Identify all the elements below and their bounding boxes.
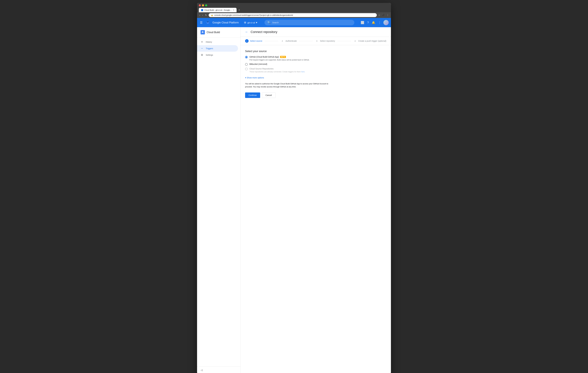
extension-icon[interactable]: ⬛ xyxy=(382,13,385,17)
step-4[interactable]: 4 Create a push trigger (optional) xyxy=(353,39,386,43)
sidebar-nav: ≡ History ↔ Triggers ⚙ Settings xyxy=(197,38,240,366)
github-radio-input[interactable] xyxy=(245,56,248,58)
tab-favicon xyxy=(201,9,203,11)
github-beta-badge: BETA xyxy=(280,56,286,58)
github-radio-description: Pull request triggers are supported. Bui… xyxy=(250,59,309,61)
page-title: Connect repository xyxy=(251,30,277,34)
cloud-build-icon xyxy=(200,30,205,34)
notifications-icon[interactable]: 🔔 xyxy=(371,20,376,25)
stepper: 1 Select source 2 Authenticate xyxy=(241,37,391,45)
sidebar-item-triggers[interactable]: ↔ Triggers xyxy=(197,45,238,52)
history-icon: ≡ xyxy=(200,40,203,43)
cloud-source-radio-content: Cloud Source Repositories These reposito… xyxy=(250,68,305,73)
more-options-icon[interactable]: ⋮ xyxy=(386,13,389,17)
traffic-light-red[interactable] xyxy=(199,4,201,6)
form-button-row: Continue Cancel xyxy=(245,93,386,98)
user-avatar[interactable] xyxy=(383,20,389,25)
cancel-button[interactable]: Cancel xyxy=(262,93,275,98)
project-name: git-ci-cd xyxy=(247,21,255,24)
bitbucket-radio-input[interactable] xyxy=(245,63,248,66)
back-button[interactable]: ← xyxy=(245,30,248,34)
sidebar-item-settings-label: Settings xyxy=(206,54,213,56)
info-text: You will be asked to authorize the Googl… xyxy=(245,82,332,88)
step-2-label: Authenticate xyxy=(285,40,297,42)
show-more-options-link[interactable]: ▾ Show more options xyxy=(245,77,386,79)
url-text: console.cloud.google.com/cloud-build/tri… xyxy=(214,14,293,16)
search-placeholder: Search xyxy=(272,21,279,24)
source-radio-group: GitHub (Cloud Build GitHub App) BETA Pul… xyxy=(245,56,386,73)
browser-tab-active[interactable]: Cloud Build - git-ci-cd - Google… ✕ xyxy=(199,8,237,12)
page-header: ← Connect repository xyxy=(241,27,391,37)
ssl-lock-icon: 🔒 xyxy=(211,14,213,16)
step-1-number: 1 xyxy=(245,39,249,43)
step-4-label: Create a push trigger (optional) xyxy=(358,40,386,42)
step-3-number: 3 xyxy=(315,39,319,43)
project-dropdown-arrow-icon: ▾ xyxy=(256,21,257,24)
radio-option-cloud-source: Cloud Source Repositories These reposito… xyxy=(245,68,386,73)
help-icon[interactable]: ? xyxy=(367,21,369,25)
project-icon xyxy=(244,21,247,24)
sidebar-item-triggers-label: Triggers xyxy=(206,47,213,50)
svg-point-2 xyxy=(202,31,203,32)
triggers-icon: ↔ xyxy=(200,47,203,50)
sidebar-item-history-label: History xyxy=(206,41,212,43)
bookmark-icon[interactable]: ☆ xyxy=(378,13,380,17)
bitbucket-radio-content: Bitbucket (mirrored) xyxy=(250,63,267,66)
nav-right-icons: ⬜ ? 🔔 ⋮ xyxy=(360,20,389,25)
step-3-label: Select repository xyxy=(320,40,335,42)
sidebar-brand: Cloud Build xyxy=(197,27,240,38)
sidebar: Cloud Build ≡ History ↔ Triggers ⚙ Setti… xyxy=(197,27,241,373)
collapse-sidebar-button[interactable]: ◁| xyxy=(200,369,237,371)
reload-button[interactable]: ↻ xyxy=(204,13,208,17)
settings-icon: ⚙ xyxy=(200,53,203,57)
section-title: Select your source xyxy=(245,50,386,53)
more-menu-icon[interactable]: ⋮ xyxy=(378,20,382,25)
step-3[interactable]: 3 Select repository xyxy=(315,39,335,43)
step-1-label: Select source xyxy=(250,40,262,42)
step-2-number: 2 xyxy=(281,39,284,43)
step-1[interactable]: 1 Select source xyxy=(245,39,262,43)
step-2[interactable]: 2 Authenticate xyxy=(281,39,297,43)
top-navigation-bar: ☰ Google Cloud Platform git-ci-cd ▾ 🔍 Se… xyxy=(197,18,391,27)
cloud-source-radio-label: Cloud Source Repositories xyxy=(250,68,273,70)
step-4-number: 4 xyxy=(353,39,357,43)
google-cloud-logo xyxy=(205,20,210,25)
new-tab-button[interactable]: + xyxy=(237,8,241,12)
forward-nav-button[interactable]: › xyxy=(201,14,203,17)
content-area: ← Connect repository 1 Select source xyxy=(241,27,391,373)
traffic-light-yellow[interactable] xyxy=(202,4,204,6)
github-radio-label: GitHub (Cloud Build GitHub App) xyxy=(250,56,279,58)
sidebar-item-history[interactable]: ≡ History xyxy=(197,39,238,45)
address-bar[interactable]: 🔒 console.cloud.google.com/cloud-build/t… xyxy=(209,13,377,17)
cloud-shell-icon[interactable]: ⬜ xyxy=(360,20,365,25)
app-title: Google Cloud Platform xyxy=(212,21,239,24)
tab-close-button[interactable]: ✕ xyxy=(233,9,234,11)
radio-option-github[interactable]: GitHub (Cloud Build GitHub App) BETA Pul… xyxy=(245,56,386,61)
github-radio-content: GitHub (Cloud Build GitHub App) BETA Pul… xyxy=(250,56,309,61)
back-nav-button[interactable]: ‹ xyxy=(199,14,201,17)
sidebar-brand-name: Cloud Build xyxy=(207,31,220,34)
sidebar-item-settings[interactable]: ⚙ Settings xyxy=(197,52,238,58)
cloud-source-radio-description: These repositories are already connected… xyxy=(250,71,305,73)
form-content: Select your source GitHub (Cloud Build G… xyxy=(241,45,391,103)
chevron-down-icon: ▾ xyxy=(245,77,246,79)
radio-option-bitbucket[interactable]: Bitbucket (mirrored) xyxy=(245,63,386,66)
github-radio-dot xyxy=(246,56,247,58)
continue-button[interactable]: Continue xyxy=(245,93,260,98)
tab-title: Cloud Build - git-ci-cd - Google… xyxy=(204,9,232,11)
search-bar[interactable]: 🔍 Search xyxy=(264,20,354,25)
sidebar-footer: ◁| xyxy=(197,366,240,373)
collapse-icon: ◁| xyxy=(200,369,203,371)
search-icon: 🔍 xyxy=(267,21,271,24)
bitbucket-radio-label: Bitbucket (mirrored) xyxy=(250,63,267,65)
svg-rect-1 xyxy=(200,30,205,34)
cloud-source-radio-input xyxy=(245,68,248,70)
cloud-source-here-link[interactable]: here xyxy=(301,71,305,73)
hamburger-menu-icon[interactable]: ☰ xyxy=(199,20,203,25)
show-more-label: Show more options xyxy=(247,77,264,79)
project-selector[interactable]: git-ci-cd ▾ xyxy=(242,20,259,25)
traffic-light-green[interactable] xyxy=(205,4,207,6)
